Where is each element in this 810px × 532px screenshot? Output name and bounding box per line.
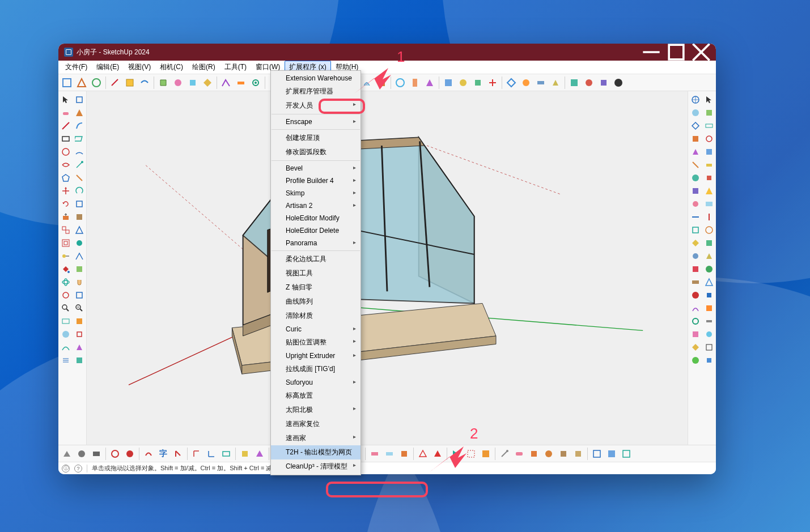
- tool-icon[interactable]: [456, 76, 470, 90]
- tool-icon[interactable]: [423, 76, 436, 90]
- tool-icon[interactable]: [689, 93, 702, 106]
- menu-camera[interactable]: 相机(C): [155, 61, 188, 74]
- tool-icon[interactable]: [512, 447, 526, 461]
- dropdown-item[interactable]: 扩展程序管理器: [271, 84, 361, 99]
- tool-icon[interactable]: [689, 185, 702, 197]
- tool-icon[interactable]: [703, 237, 715, 249]
- move-tool-icon[interactable]: [60, 185, 72, 197]
- tool-icon[interactable]: [527, 447, 541, 461]
- tool-icon[interactable]: [534, 76, 548, 90]
- dropdown-item[interactable]: 标高放置: [271, 389, 361, 403]
- tool-icon[interactable]: [190, 447, 203, 461]
- tool-icon[interactable]: [689, 302, 702, 314]
- tool-icon[interactable]: [689, 120, 702, 132]
- pan-tool-icon[interactable]: [73, 276, 86, 288]
- tool-icon[interactable]: [73, 120, 86, 132]
- tool-icon[interactable]: [582, 76, 596, 90]
- orbit-tool-icon[interactable]: [60, 276, 72, 288]
- tool-icon[interactable]: [238, 447, 252, 461]
- tool-icon[interactable]: [73, 354, 86, 367]
- tool-icon[interactable]: [90, 447, 103, 461]
- tool-icon[interactable]: [73, 159, 86, 171]
- tool-icon[interactable]: [703, 276, 715, 288]
- tool-icon[interactable]: [557, 447, 570, 461]
- dropdown-item[interactable]: Panorama: [271, 237, 361, 249]
- tool-icon[interactable]: [689, 211, 702, 223]
- tool-icon[interactable]: [60, 447, 74, 461]
- menu-view[interactable]: 视图(V): [124, 61, 155, 74]
- tool-icon[interactable]: [75, 76, 88, 90]
- dropdown-item[interactable]: 速画家复位: [271, 417, 361, 431]
- info-icon[interactable]: ⓘ: [62, 465, 70, 473]
- tool-icon[interactable]: [703, 315, 715, 327]
- tool-icon[interactable]: [689, 315, 702, 327]
- tool-icon[interactable]: [156, 76, 170, 90]
- tool-icon[interactable]: [703, 302, 715, 314]
- tool-icon[interactable]: [689, 237, 702, 249]
- tool-icon[interactable]: [375, 76, 388, 90]
- tool-icon[interactable]: [75, 447, 88, 461]
- tool-icon[interactable]: [464, 447, 478, 461]
- tool-icon[interactable]: [73, 250, 86, 262]
- tool-icon[interactable]: [138, 76, 151, 90]
- tool-icon[interactable]: [108, 76, 122, 90]
- tool-icon[interactable]: [471, 76, 485, 90]
- tool-icon[interactable]: [590, 447, 604, 461]
- scale-tool-icon[interactable]: [60, 224, 72, 236]
- eraser-tool-icon[interactable]: [60, 107, 72, 119]
- minimize-button[interactable]: [639, 44, 664, 61]
- dropdown-item[interactable]: T2H - 输出模型为网页: [271, 445, 361, 459]
- tool-icon[interactable]: [442, 76, 455, 90]
- tool-icon[interactable]: [703, 341, 715, 354]
- tool-icon[interactable]: [703, 172, 715, 184]
- tool-icon[interactable]: [73, 302, 86, 314]
- tool-icon[interactable]: [703, 250, 715, 262]
- tool-icon[interactable]: [73, 133, 86, 145]
- dropdown-item[interactable]: 太阳北极: [271, 403, 361, 417]
- tool-icon[interactable]: [253, 447, 266, 461]
- pushpull-tool-icon[interactable]: [60, 211, 72, 223]
- dropdown-item[interactable]: 视图工具: [271, 266, 361, 280]
- tool-icon[interactable]: [171, 447, 185, 461]
- tool-icon[interactable]: [73, 341, 86, 354]
- tool-icon[interactable]: [186, 76, 200, 90]
- dropdown-item[interactable]: Extension Warehouse: [271, 72, 361, 84]
- tool-icon[interactable]: [689, 250, 702, 262]
- tool-icon[interactable]: [60, 289, 72, 301]
- tool-icon[interactable]: [73, 263, 86, 275]
- select-tool-icon[interactable]: [60, 93, 72, 106]
- tool-icon[interactable]: [689, 172, 702, 184]
- circle-tool-icon[interactable]: [60, 146, 72, 158]
- tool-icon[interactable]: [542, 447, 555, 461]
- tool-icon[interactable]: [60, 76, 74, 90]
- arc-tool-icon[interactable]: [73, 146, 86, 158]
- tool-icon[interactable]: [60, 354, 72, 367]
- tool-icon[interactable]: [689, 146, 702, 158]
- dropdown-item[interactable]: Skimp: [271, 187, 361, 199]
- tool-icon[interactable]: [249, 76, 262, 90]
- tool-icon[interactable]: [360, 76, 374, 90]
- tool-icon[interactable]: [73, 289, 86, 301]
- tool-icon[interactable]: [689, 341, 702, 354]
- tool-icon[interactable]: [703, 120, 715, 132]
- tool-icon[interactable]: [73, 237, 86, 249]
- tool-icon[interactable]: [123, 447, 137, 461]
- tool-icon[interactable]: [219, 76, 233, 90]
- tool-icon[interactable]: [703, 159, 715, 171]
- dropdown-item[interactable]: 开发人员: [271, 99, 361, 113]
- tool-icon[interactable]: [431, 447, 444, 461]
- tool-icon[interactable]: [383, 447, 396, 461]
- tool-icon[interactable]: [393, 76, 407, 90]
- tool-icon[interactable]: [368, 447, 381, 461]
- tool-icon[interactable]: [408, 76, 422, 90]
- menu-draw[interactable]: 绘图(R): [188, 61, 220, 74]
- tool-icon[interactable]: [689, 328, 702, 341]
- dropdown-item[interactable]: Z 轴归零: [271, 280, 361, 295]
- dropdown-item[interactable]: 清除材质: [271, 309, 361, 323]
- rotate-tool-icon[interactable]: [60, 198, 72, 210]
- dropdown-item[interactable]: 创建坡屋顶: [271, 131, 361, 145]
- tool-icon[interactable]: [205, 447, 218, 461]
- tool-icon[interactable]: [73, 172, 86, 184]
- tool-icon[interactable]: [90, 76, 103, 90]
- tool-icon[interactable]: [703, 198, 715, 210]
